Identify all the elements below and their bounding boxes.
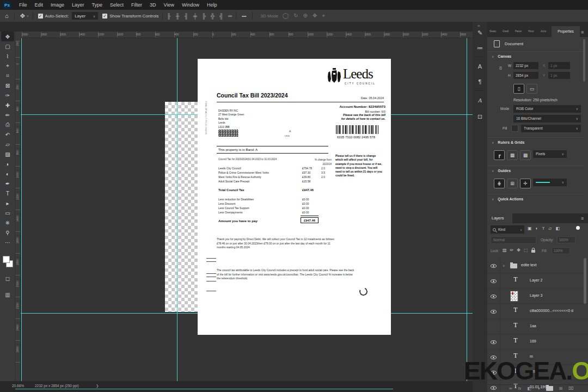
glyphs-panel-icon[interactable]: A [473, 97, 487, 103]
new-layer-icon[interactable]: ⊞ [559, 386, 563, 391]
tab-histo[interactable]: Histo [528, 30, 534, 33]
adjustment-layer-icon[interactable]: ◑ [537, 386, 540, 391]
status-chevron-icon[interactable]: ❯ [96, 384, 99, 388]
distribute-right-icon[interactable]: ╣ [219, 13, 223, 19]
layer-visibility-toggle[interactable] [487, 289, 500, 304]
horizontal-ruler[interactable]: 2000180016001400120010008006004002000200… [15, 32, 473, 38]
auto-select-checkbox[interactable]: ✓ [38, 14, 43, 19]
layer-thumbnail[interactable] [510, 291, 518, 302]
dodge-tool-icon[interactable]: ◐ [0, 169, 15, 179]
hand-tool-icon[interactable]: ⎈ [0, 218, 15, 228]
brush-settings-icon[interactable]: ✎ [473, 29, 487, 36]
gradient-tool-icon[interactable]: ▨ [0, 149, 15, 159]
history-brush-tool-icon[interactable]: ↶ [0, 130, 15, 139]
libraries-panel-icon[interactable]: ⊡ [473, 113, 487, 120]
document-canvas[interactable]: Leeds CITY COUNCIL Council Tax Bill 2023… [21, 38, 473, 381]
layer-name[interactable]: Layer 3 [530, 293, 542, 297]
blend-mode-dropdown[interactable]: Normal [491, 236, 536, 244]
filter-pixel-layers-icon[interactable]: ▣ [528, 226, 532, 231]
tab-layers[interactable]: Layers [487, 213, 512, 223]
vertical-ruler[interactable]: 2000200400600800100012001400160018002000… [15, 38, 21, 381]
foreground-color-swatch[interactable] [3, 256, 10, 263]
layer-effects-icon[interactable]: fx [518, 387, 521, 390]
text-layer-thumbnail[interactable]: T [511, 352, 520, 363]
tab-gradi[interactable]: Gradi [503, 30, 509, 33]
auto-select-target-dropdown[interactable]: Layer ∨ [72, 12, 98, 20]
marquee-tool-icon[interactable]: ▢ [0, 41, 15, 51]
layer-row-layer-2[interactable]: TLayer 2 [487, 273, 588, 289]
text-layer-thumbnail[interactable]: T [511, 367, 520, 378]
fill-field[interactable]: 100% [552, 247, 570, 254]
guide-color-dropdown[interactable]: ∨ [533, 179, 567, 186]
character-panel-icon[interactable]: A [473, 63, 487, 70]
lasso-tool-icon[interactable]: ⌇ [0, 51, 15, 61]
layer-visibility-toggle[interactable] [487, 273, 500, 289]
smart-guides-toggle-icon[interactable]: ⊞ [507, 179, 518, 188]
distribute-spacing-icon[interactable]: ═ [228, 13, 232, 19]
healing-brush-tool-icon[interactable]: ✚ [0, 100, 15, 110]
canvas-fill-dropdown[interactable]: Transparent ∨ [521, 125, 581, 132]
canvas-height-field[interactable]: 2854 px [513, 72, 538, 79]
pen-tool-icon[interactable]: ✒ [0, 179, 15, 188]
layer-name[interactable]: 129 [530, 370, 536, 373]
type-tool-icon[interactable]: T [0, 188, 15, 198]
fill-swatch[interactable] [511, 125, 518, 132]
panel-menu-icon[interactable]: ≡ [581, 29, 584, 35]
text-layer-thumbnail[interactable]: T [511, 336, 520, 347]
lock-transparency-icon[interactable]: ▨ [503, 248, 507, 253]
new-group-icon[interactable] [546, 386, 553, 391]
layer-row-layer-3[interactable]: Layer 3 [487, 289, 588, 304]
menu-layer[interactable]: Layer [68, 2, 88, 8]
canvas-width-field[interactable]: 2232 px [513, 62, 538, 69]
quick-mask-icon[interactable]: ◻ [0, 275, 15, 281]
layer-visibility-toggle[interactable] [487, 319, 500, 334]
orientation-portrait-button[interactable]: ▯ [513, 84, 524, 94]
guides-toggle-icon[interactable]: ⋕ [494, 179, 505, 188]
chevron-down-icon[interactable]: ∨ [27, 14, 29, 17]
layer-row-1aa[interactable]: T1aa [487, 319, 588, 334]
layer-name[interactable]: 169 [530, 339, 536, 343]
bit-depth-dropdown[interactable]: 16 Bits/Channel ∨ [513, 115, 581, 122]
layer-name[interactable]: Layer 2 [530, 278, 542, 282]
layer-name[interactable]: 1aa [530, 324, 536, 328]
ruler-toggle-icon[interactable]: ┏ [494, 150, 505, 160]
layer-name[interactable]: edite text [521, 263, 536, 267]
layer-visibility-toggle[interactable] [487, 350, 500, 365]
blur-tool-icon[interactable]: ◗ [0, 159, 15, 169]
home-icon[interactable]: ⌂ [5, 13, 9, 19]
canvas-x-field[interactable]: 1 px [548, 62, 570, 69]
ruler-units-dropdown[interactable]: Pixels ∨ [533, 150, 567, 158]
screen-mode-icon[interactable]: ▥ [0, 292, 15, 298]
text-layer-thumbnail[interactable]: T [511, 306, 520, 317]
frame-tool-icon[interactable]: ⊠ [0, 81, 15, 90]
guide-vertical-left[interactable] [21, 38, 22, 381]
menu-select[interactable]: Select [106, 2, 127, 8]
tab-swatc[interactable]: Swatc [489, 30, 497, 33]
scrollbar[interactable] [584, 258, 586, 304]
filter-toggle-dot[interactable] [576, 226, 580, 230]
filter-shape-layers-icon[interactable]: ▱ [548, 226, 552, 231]
lock-artboard-icon[interactable]: ⬚ [524, 248, 528, 253]
layer-name[interactable]: m [530, 354, 533, 358]
brushes-icon[interactable]: ≔ [473, 45, 487, 52]
rectangle-tool-icon[interactable]: ▭ [0, 208, 15, 218]
eyedropper-tool-icon[interactable]: ✑ [0, 90, 15, 100]
collapse-panels-icon[interactable]: » [477, 23, 480, 28]
guides-section-header[interactable]: ∨ Guides [492, 169, 511, 173]
canvas-section-header[interactable]: ∨ Canvas [492, 54, 511, 58]
eraser-tool-icon[interactable]: ▱ [0, 139, 15, 149]
align-top-edges-icon[interactable]: ╪ [193, 13, 197, 19]
filter-adjustment-layers-icon[interactable]: ◐ [536, 226, 538, 231]
clone-stamp-tool-icon[interactable]: ⎙ [0, 120, 15, 130]
object-selection-tool-icon[interactable]: ⌖ [0, 61, 15, 71]
layer-row-edite-text[interactable]: ∨edite text [487, 258, 588, 273]
panel-menu-icon[interactable]: ≡ [581, 216, 584, 221]
menu-filter[interactable]: Filter [127, 2, 146, 8]
pixel-grid-toggle-icon[interactable]: ▩ [520, 150, 531, 160]
text-layer-thumbnail[interactable]: T [511, 275, 520, 286]
brush-tool-icon[interactable]: ✏ [0, 110, 15, 120]
scrollbar[interactable] [583, 39, 585, 82]
guide-vertical-mid[interactable] [177, 38, 177, 381]
move-tool-icon[interactable]: ✥ [20, 13, 25, 20]
layer-visibility-toggle[interactable] [487, 365, 500, 380]
